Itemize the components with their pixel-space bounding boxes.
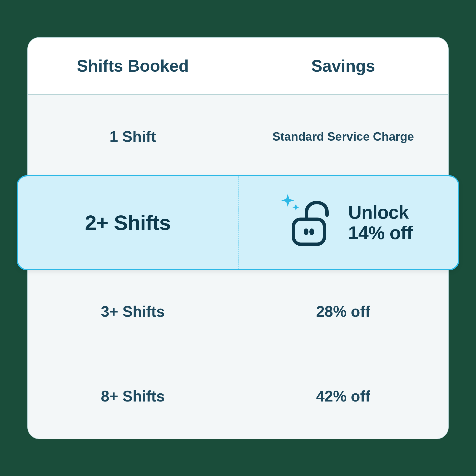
unlock-icon [284, 197, 336, 249]
highlight-shifts-label: 2+ Shifts [85, 211, 171, 235]
table-row: 8+ Shifts [28, 354, 238, 439]
svg-rect-0 [293, 219, 324, 244]
table-row: 3+ Shifts [28, 270, 238, 354]
svg-point-1 [304, 228, 308, 235]
highlight-shifts-cell: 2+ Shifts [18, 176, 238, 269]
shifts-header: Shifts Booked [28, 38, 238, 95]
table-row: 28% off [238, 270, 448, 354]
highlight-savings-cell: Unlock 14% off [238, 176, 459, 269]
savings-value: Standard Service Charge [272, 129, 414, 144]
pricing-table-container: Shifts Booked 1 Shift 3+ Shifts 8+ Shift… [17, 37, 459, 439]
savings-header: Savings [238, 38, 448, 95]
sparkle-icon [279, 192, 301, 213]
highlighted-row: 2+ Shifts Unlock [17, 175, 459, 270]
svg-point-2 [309, 228, 314, 235]
table-row: Standard Service Charge [238, 95, 448, 179]
table-row: 1 Shift [28, 95, 238, 179]
highlight-savings-label: Unlock 14% off [348, 202, 412, 243]
table-row: 42% off [238, 354, 448, 439]
